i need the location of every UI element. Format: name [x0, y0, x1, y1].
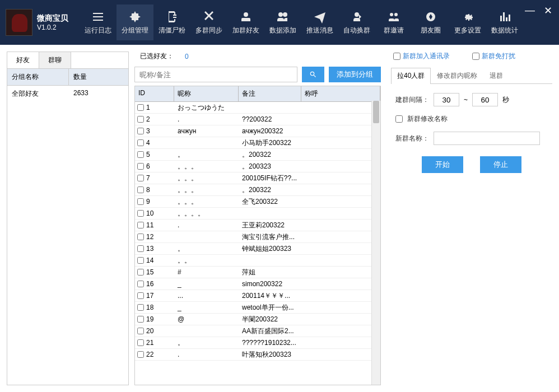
row-checkbox[interactable]	[137, 104, 144, 111]
table-row[interactable]: 9。。。全飞200322	[135, 196, 380, 208]
tab-groups[interactable]: 群聊	[39, 52, 71, 68]
row-checkbox[interactable]	[137, 139, 144, 146]
row-checkbox[interactable]	[137, 210, 144, 217]
table-row[interactable]: 1おっこつゆうた	[135, 102, 380, 114]
table-row[interactable]: 3ачжуначжун200322	[135, 125, 380, 137]
table-row[interactable]: 4小马助手200322	[135, 137, 380, 149]
auto-switch-icon	[350, 10, 364, 24]
table-row[interactable]: 15#萍姐	[135, 267, 380, 278]
row-remark: 。200322	[239, 184, 301, 196]
table-row[interactable]: 5。。200322	[135, 149, 380, 161]
row-nick: @	[174, 314, 239, 324]
close-button[interactable]: ✕	[542, 4, 553, 17]
search-input[interactable]	[134, 67, 297, 82]
table-row[interactable]: 14。。	[135, 255, 380, 267]
tab-exit[interactable]: 退群	[483, 68, 509, 83]
row-checkbox[interactable]	[137, 175, 144, 181]
toolbar-group-invite[interactable]: 群邀请	[375, 4, 412, 40]
toolbar-add-group-friend[interactable]: 加群好友	[227, 4, 264, 40]
start-button[interactable]: 开始	[422, 156, 463, 173]
table-row[interactable]: 19@半闌200322	[135, 314, 380, 325]
tab-friends[interactable]: 好友	[7, 52, 39, 69]
minimize-button[interactable]: —	[524, 4, 535, 17]
table-row[interactable]: 20AA新百盛国际2...	[135, 325, 380, 337]
table-row[interactable]: 7。。。200105IF钻石??...	[135, 172, 380, 184]
toolbar-data-add[interactable]: 数据添加	[264, 4, 301, 40]
table-row[interactable]: 12淘宝引流客户推...	[135, 231, 380, 243]
row-checkbox[interactable]	[137, 163, 144, 170]
tab-pull40[interactable]: 拉40人群	[391, 68, 431, 84]
row-call	[301, 248, 380, 250]
row-checkbox[interactable]	[137, 316, 144, 323]
app-title-block: 微商宝贝 V1.0.2	[37, 13, 68, 31]
row-nick: ачжун	[174, 126, 239, 136]
new-name-input[interactable]	[434, 132, 540, 145]
row-call	[301, 330, 380, 332]
table-row[interactable]: 18_wetool单开一份...	[135, 302, 380, 314]
vertical-scrollbar[interactable]	[371, 101, 380, 385]
table-row[interactable]: 2.??200322	[135, 114, 380, 125]
row-checkbox[interactable]	[137, 351, 144, 358]
table-row[interactable]: 11.王亚莉200322	[135, 220, 380, 231]
row-call	[301, 271, 380, 273]
toolbar-label: 自动换群	[343, 26, 370, 35]
chk-add-contacts[interactable]	[393, 53, 400, 60]
tab-rename[interactable]: 修改群内昵称	[431, 68, 483, 83]
table-row[interactable]: 10。。。。	[135, 208, 380, 220]
row-checkbox[interactable]	[137, 116, 144, 123]
log-icon	[91, 10, 105, 24]
table-row[interactable]: 6。。。。200323	[135, 161, 380, 172]
toolbar-statistics[interactable]: 数据统计	[486, 4, 523, 40]
row-checkbox[interactable]	[137, 292, 144, 299]
row-nick: 。	[174, 149, 239, 161]
chk-modify-name[interactable]	[395, 115, 403, 123]
table-row[interactable]: 17...200114￥￥￥...	[135, 290, 380, 302]
add-group-friend-icon	[239, 10, 253, 24]
row-checkbox[interactable]	[137, 281, 144, 287]
row-checkbox[interactable]	[137, 257, 144, 264]
row-checkbox[interactable]	[137, 186, 144, 193]
toolbar-push-msg[interactable]: 推送消息	[301, 4, 338, 40]
interval-unit: 秒	[502, 95, 509, 105]
group-name-cell: 全部好友	[7, 86, 69, 102]
table-row[interactable]: 8。。。。200322	[135, 184, 380, 196]
toolbar-label: 朋友圈	[421, 26, 441, 35]
toolbar-multi-sync[interactable]: 多群同步	[190, 4, 227, 40]
row-checkbox[interactable]	[137, 128, 144, 134]
toolbar-moments[interactable]: 朋友圈	[412, 4, 449, 40]
row-checkbox[interactable]	[137, 198, 144, 205]
interval-min-input[interactable]	[434, 93, 459, 106]
row-checkbox[interactable]	[137, 234, 144, 240]
interval-max-input[interactable]	[472, 93, 498, 106]
scrollbar-thumb[interactable]	[373, 101, 379, 123]
toolbar-label: 数据统计	[491, 26, 518, 35]
push-msg-icon	[313, 10, 327, 24]
toolbar-auto-switch[interactable]: 自动换群	[338, 4, 375, 40]
row-checkbox[interactable]	[137, 222, 144, 228]
group-manage-icon	[128, 10, 142, 24]
toolbar-more-settings[interactable]: 更多设置	[449, 4, 486, 40]
row-checkbox[interactable]	[137, 245, 144, 252]
row-checkbox[interactable]	[137, 304, 144, 311]
row-checkbox[interactable]	[137, 269, 144, 276]
toolbar-log[interactable]: 运行日志	[80, 4, 117, 40]
table-row[interactable]: 22.叶落知秋200323	[135, 349, 380, 361]
row-checkbox[interactable]	[137, 151, 144, 158]
toolbar-group-manage[interactable]: 分组管理	[117, 4, 153, 40]
table-row[interactable]: 16_simon200322	[135, 278, 380, 290]
row-checkbox[interactable]	[137, 328, 144, 334]
chk-add-contacts-label: 新群加入通讯录	[403, 52, 450, 61]
table-row[interactable]: 21。??????1910232...	[135, 337, 380, 349]
add-to-group-button[interactable]: 添加到分组	[329, 67, 381, 82]
group-row[interactable]: 全部好友 2633	[7, 86, 128, 102]
row-call	[301, 236, 380, 238]
toolbar-clean-zombie[interactable]: 清僵尸粉	[153, 4, 190, 40]
row-checkbox[interactable]	[137, 339, 144, 346]
col-group-name: 分组名称	[7, 69, 69, 85]
toolbar-label: 更多设置	[454, 26, 481, 35]
row-id: 4	[146, 139, 150, 147]
table-row[interactable]: 13。钟斌姐姐200323	[135, 243, 380, 255]
stop-button[interactable]: 停止	[480, 156, 521, 173]
search-button[interactable]	[302, 67, 324, 82]
chk-no-disturb[interactable]	[472, 53, 479, 60]
